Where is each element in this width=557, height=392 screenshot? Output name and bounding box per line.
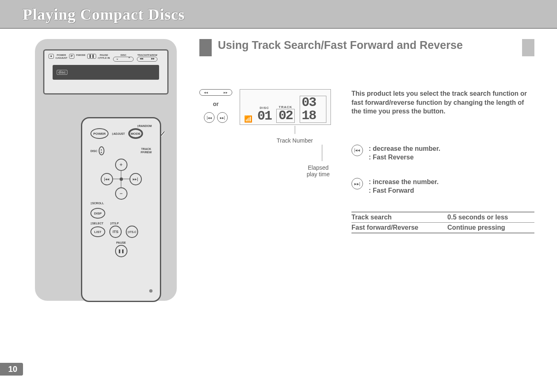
rc-disc-rocker: ▴▾ <box>99 146 104 155</box>
rew-icon: ◂◂ <box>140 57 143 61</box>
table-row: Fast forward/Reverse Continue pressing <box>351 222 534 233</box>
rc-minus-button: − <box>115 187 127 200</box>
page-header: Playing Compact Discs <box>0 0 557 29</box>
callout-track: Track Number <box>277 137 313 144</box>
rc-prev-button: |◂◂ <box>101 173 113 185</box>
rc-dpad: + − |◂◂ ▸▸| <box>101 159 142 200</box>
page-title: Playing Compact Discs <box>23 5 185 23</box>
section-title: Using Track Search/Fast Forward and Reve… <box>218 39 518 56</box>
rc-pause-button: ❚❚ <box>115 245 127 257</box>
rc-next-button: ▸▸| <box>129 173 142 185</box>
up-icon: ⌃ <box>128 57 131 61</box>
skip-prev-icon: |◂◂ <box>351 145 363 156</box>
page-number: 10 <box>0 363 23 376</box>
lcd-track-num: 02 <box>276 109 294 123</box>
down-icon: ⌄ <box>116 57 119 61</box>
lcd-time: 03 18 <box>300 96 326 123</box>
signal-icon: 📶 <box>244 115 252 123</box>
rc-its-button: ITS <box>109 226 122 238</box>
hu-pmode-button: P <box>69 54 74 59</box>
or-label: or <box>213 101 219 107</box>
device-illustration-panel: ● POWER/‡ADJUST P P.MODE ❚❚ PAUSE/‡TITLE… <box>35 39 177 301</box>
next-button-icon: ▸▸| <box>217 112 228 123</box>
head-unit-illustration: ● POWER/‡ADJUST P P.MODE ❚❚ PAUSE/‡TITLE… <box>43 49 169 95</box>
skip-next-icon: ▸▸| <box>351 178 363 189</box>
content-area: ● POWER/‡ADJUST P P.MODE ❚❚ PAUSE/‡TITLE… <box>0 29 557 301</box>
section-header: Using Track Search/Fast Forward and Reve… <box>199 39 534 56</box>
table-row: Track search 0.5 seconds or less <box>351 212 534 223</box>
button-options: ◂◂▸▸ or |◂◂ ▸▸| <box>199 89 232 123</box>
cd-logo-icon: disc <box>57 70 67 75</box>
rc-mode-button: MODE <box>128 128 143 139</box>
intro-text: This product lets you select the track s… <box>351 89 534 116</box>
rc-disp-button: DISP <box>90 208 105 219</box>
hu-lcd: disc <box>53 65 159 80</box>
press-duration-table: Track search 0.5 seconds or less Fast fo… <box>351 212 534 233</box>
rocker-button-icon: ◂◂▸▸ <box>199 89 232 96</box>
prev-description-row: |◂◂ : decrease the number. : Fast Revers… <box>351 145 534 162</box>
prev-button-icon: |◂◂ <box>204 112 215 123</box>
next-description-row: ▸▸| : increase the number. : Fast Forwar… <box>351 178 534 195</box>
hu-power-icon: ● <box>49 54 54 59</box>
remote-illustration: ‡RANDOM POWER ‡ADJUST MODE DISC ▴▾ TRACK… <box>81 117 161 302</box>
rc-plus-button: + <box>115 159 127 171</box>
lcd-diagram: 📶 DISC 01 TRACK 02 03 18 <box>240 89 331 178</box>
rc-itsc-button: ‡ITS.C <box>126 226 138 238</box>
rc-power-button: POWER <box>90 128 109 139</box>
rc-list-button: LIST <box>90 226 105 237</box>
hu-pause-icon: ❚❚ <box>87 54 96 59</box>
ff-icon: ▸▸ <box>151 57 155 61</box>
section-marker-icon <box>199 39 212 56</box>
callout-time: Elapsed play time <box>305 164 331 178</box>
lcd-disc-num: 01 <box>257 110 271 123</box>
rc-indicator-icon <box>149 289 153 293</box>
